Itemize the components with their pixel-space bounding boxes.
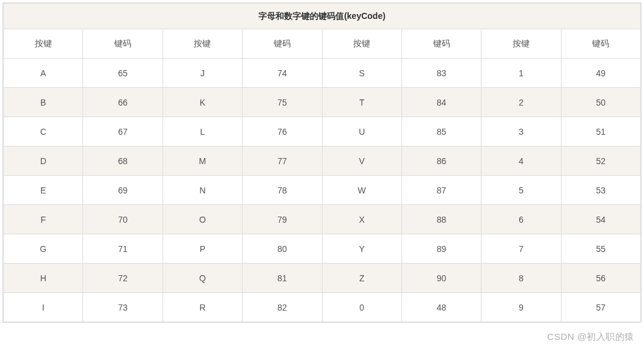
table-header-row: 按键 键码 按键 键码 按键 键码 按键 键码 [4, 29, 641, 59]
col-header: 键码 [243, 29, 322, 59]
col-header: 按键 [4, 29, 83, 59]
watermark-text: CSDN @初入职的猿 [547, 331, 634, 343]
key-cell: E [4, 176, 83, 205]
key-cell: O [163, 205, 242, 234]
key-cell: 7 [481, 234, 561, 264]
key-cell: H [4, 264, 83, 293]
key-cell: X [322, 205, 401, 234]
key-cell: 9 [481, 293, 561, 322]
col-header: 按键 [322, 29, 401, 59]
code-cell: 74 [243, 59, 322, 88]
key-cell: 1 [481, 59, 561, 88]
table-row: F 70 O 79 X 88 6 54 [4, 205, 641, 234]
code-cell: 76 [243, 117, 322, 146]
table-row: G 71 P 80 Y 89 7 55 [4, 234, 641, 264]
key-cell: L [163, 117, 242, 146]
code-cell: 88 [401, 205, 481, 234]
code-cell: 75 [243, 88, 322, 117]
code-cell: 66 [83, 88, 163, 117]
key-cell: Q [163, 264, 242, 293]
code-cell: 90 [401, 264, 481, 293]
code-cell: 67 [83, 117, 163, 146]
key-cell: N [163, 176, 242, 205]
table-row: D 68 M 77 V 86 4 52 [4, 146, 641, 176]
key-cell: Y [322, 234, 401, 264]
key-cell: M [163, 146, 242, 176]
code-cell: 80 [243, 234, 322, 264]
key-cell: W [322, 176, 401, 205]
code-cell: 50 [561, 88, 640, 117]
key-cell: K [163, 88, 242, 117]
table-row: C 67 L 76 U 85 3 51 [4, 117, 641, 146]
col-header: 按键 [481, 29, 561, 59]
key-cell: G [4, 234, 83, 264]
key-cell: 4 [481, 146, 561, 176]
key-cell: R [163, 293, 242, 322]
code-cell: 51 [561, 117, 640, 146]
col-header: 键码 [83, 29, 163, 59]
code-cell: 54 [561, 205, 640, 234]
key-cell: A [4, 59, 83, 88]
table-row: E 69 N 78 W 87 5 53 [4, 176, 641, 205]
key-cell: 3 [481, 117, 561, 146]
code-cell: 53 [561, 176, 640, 205]
code-cell: 68 [83, 146, 163, 176]
code-cell: 81 [243, 264, 322, 293]
code-cell: 65 [83, 59, 163, 88]
table-row: I 73 R 82 0 48 9 57 [4, 293, 641, 322]
key-cell: P [163, 234, 242, 264]
code-cell: 78 [243, 176, 322, 205]
code-cell: 87 [401, 176, 481, 205]
key-cell: 2 [481, 88, 561, 117]
key-cell: U [322, 117, 401, 146]
keycode-table-container: 字母和数字键的键码值(keyCode) 按键 键码 按键 键码 按键 键码 按键… [2, 2, 642, 323]
code-cell: 77 [243, 146, 322, 176]
key-cell: D [4, 146, 83, 176]
key-cell: B [4, 88, 83, 117]
code-cell: 49 [561, 59, 640, 88]
keycode-table: 字母和数字键的键码值(keyCode) 按键 键码 按键 键码 按键 键码 按键… [3, 3, 641, 322]
code-cell: 73 [83, 293, 163, 322]
code-cell: 72 [83, 264, 163, 293]
col-header: 键码 [561, 29, 640, 59]
key-cell: T [322, 88, 401, 117]
code-cell: 82 [243, 293, 322, 322]
key-cell: 5 [481, 176, 561, 205]
code-cell: 79 [243, 205, 322, 234]
key-cell: F [4, 205, 83, 234]
key-cell: C [4, 117, 83, 146]
code-cell: 85 [401, 117, 481, 146]
key-cell: 6 [481, 205, 561, 234]
code-cell: 70 [83, 205, 163, 234]
key-cell: 8 [481, 264, 561, 293]
code-cell: 84 [401, 88, 481, 117]
table-title: 字母和数字键的键码值(keyCode) [4, 4, 641, 29]
key-cell: V [322, 146, 401, 176]
key-cell: J [163, 59, 242, 88]
col-header: 键码 [401, 29, 481, 59]
table-row: B 66 K 75 T 84 2 50 [4, 88, 641, 117]
key-cell: 0 [322, 293, 401, 322]
code-cell: 71 [83, 234, 163, 264]
key-cell: I [4, 293, 83, 322]
code-cell: 86 [401, 146, 481, 176]
code-cell: 69 [83, 176, 163, 205]
key-cell: S [322, 59, 401, 88]
code-cell: 48 [401, 293, 481, 322]
col-header: 按键 [163, 29, 242, 59]
table-row: H 72 Q 81 Z 90 8 56 [4, 264, 641, 293]
code-cell: 57 [561, 293, 640, 322]
table-title-row: 字母和数字键的键码值(keyCode) [4, 4, 641, 29]
code-cell: 55 [561, 234, 640, 264]
code-cell: 52 [561, 146, 640, 176]
table-row: A 65 J 74 S 83 1 49 [4, 59, 641, 88]
key-cell: Z [322, 264, 401, 293]
code-cell: 83 [401, 59, 481, 88]
code-cell: 89 [401, 234, 481, 264]
code-cell: 56 [561, 264, 640, 293]
